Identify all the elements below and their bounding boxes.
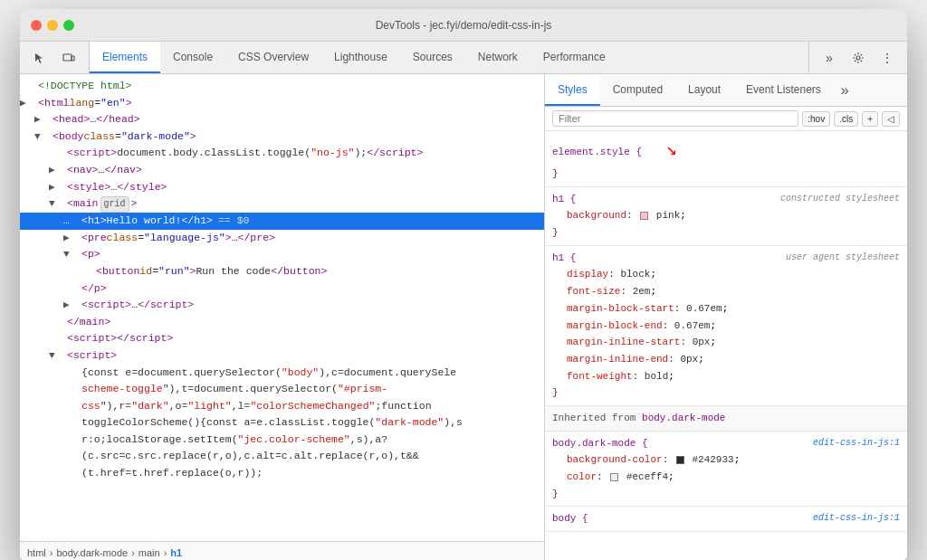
breadcrumb-body[interactable]: body.dark-mode	[56, 547, 128, 558]
main-tab-bar: Elements Console CSS Overview Lighthouse…	[20, 42, 907, 74]
dom-h1[interactable]: … <h1>Hello world!</h1> == $0	[20, 213, 544, 230]
svg-point-2	[856, 56, 860, 60]
dom-pre[interactable]: ▶ <pre class="language-js">…</pre>	[20, 230, 544, 247]
dom-js2: scheme-toggle"),t=document.querySelector…	[20, 381, 544, 398]
dom-button[interactable]: <button id="run">Run the code</button>	[20, 263, 544, 280]
body-selector-line: body { edit-css-in-js:1	[552, 510, 900, 527]
styles-tab-event-listeners[interactable]: Event Listeners	[733, 74, 834, 106]
title-bar: DevTools - jec.fyi/demo/edit-css-in-js	[20, 9, 907, 42]
tab-performance[interactable]: Performance	[530, 42, 618, 73]
h1-constructed-block: h1 { constructed stylesheet background: …	[545, 187, 907, 246]
filter-input[interactable]	[552, 110, 798, 127]
tab-list: Elements Console CSS Overview Lighthouse…	[90, 42, 808, 73]
ua-font-weight: font-weight: bold;	[552, 368, 900, 385]
window-title: DevTools - jec.fyi/demo/edit-css-in-js	[376, 19, 552, 32]
ua-margin-block-end: margin-block-end: 0.67em;	[552, 318, 900, 335]
svg-rect-1	[72, 56, 74, 61]
bg-color-prop: background-color: #242933;	[552, 451, 900, 469]
red-arrow-annotation: ↘	[666, 139, 677, 160]
close-button[interactable]	[31, 20, 42, 31]
inherited-header: Inherited from body.dark-mode	[545, 406, 907, 432]
dom-script4[interactable]: ▼ <script>	[20, 347, 544, 365]
settings-icon[interactable]	[846, 45, 871, 71]
h1-constructed-close: }	[552, 224, 900, 242]
tab-lighthouse[interactable]: Lighthouse	[321, 42, 400, 73]
tab-css-overview[interactable]: CSS Overview	[225, 42, 321, 73]
body-source[interactable]: edit-css-in-js:1	[813, 510, 900, 526]
dom-panel: <!DOCTYPE html> ▶ <html lang="en"> ▶ <he…	[20, 74, 545, 560]
dom-style[interactable]: ▶ <style>…</style>	[20, 179, 544, 196]
toolbar-left	[27, 42, 90, 73]
element-style-selector: element.style { ↘	[552, 135, 900, 166]
dom-js7: (t.href=t.href.replace(o,r));	[20, 465, 544, 482]
dom-js5: r:o;localStorage.setItem("jec.color-sche…	[20, 432, 544, 449]
styles-tab-computed[interactable]: Computed	[600, 74, 675, 106]
h1-background-prop: background: pink;	[552, 207, 900, 224]
h1-user-agent-block: h1 { user agent stylesheet display: bloc…	[545, 246, 907, 406]
element-style-close: }	[552, 166, 900, 183]
inherited-selector[interactable]: body.dark-mode	[642, 413, 725, 423]
ua-margin-block-start: margin-block-start: 0.67em;	[552, 300, 900, 318]
styles-tab-bar: Styles Computed Layout Event Listeners »	[545, 74, 907, 107]
dom-nav[interactable]: ▶ <nav>…</nav>	[20, 162, 544, 179]
dom-tree[interactable]: <!DOCTYPE html> ▶ <html lang="en"> ▶ <he…	[20, 74, 544, 541]
breadcrumb-html[interactable]: html	[27, 547, 46, 558]
styles-tab-layout[interactable]: Layout	[675, 74, 733, 106]
dom-body[interactable]: ▼ <body class="dark-mode">	[20, 128, 544, 146]
dom-html[interactable]: ▶ <html lang="en">	[20, 95, 544, 112]
maximize-button[interactable]	[63, 20, 74, 31]
breadcrumb-h1[interactable]: h1	[170, 547, 182, 558]
dom-p[interactable]: ▼ <p>	[20, 246, 544, 263]
tab-sources[interactable]: Sources	[400, 42, 465, 73]
body-dark-mode-close: }	[552, 486, 900, 503]
tab-network[interactable]: Network	[465, 42, 530, 73]
more-tabs-icon[interactable]: »	[817, 45, 842, 71]
tab-elements[interactable]: Elements	[90, 42, 160, 73]
hov-filter-button[interactable]: :hov	[802, 111, 830, 127]
minimize-button[interactable]	[47, 20, 58, 31]
breadcrumb-main[interactable]: main	[139, 547, 160, 558]
breadcrumb: html › body.dark-mode › main › h1	[20, 541, 544, 560]
styles-content[interactable]: element.style { ↘ } h1 { constructed sty…	[545, 131, 907, 560]
svg-rect-0	[63, 54, 72, 61]
dom-main-close[interactable]: </main>	[20, 314, 544, 331]
body-dark-source[interactable]: edit-css-in-js:1	[813, 435, 900, 451]
light-color-swatch[interactable]	[610, 473, 618, 481]
dom-doctype[interactable]: <!DOCTYPE html>	[20, 78, 544, 95]
toggle-sidebar-button[interactable]: ◁	[882, 111, 900, 127]
h1-ua-close: }	[552, 384, 900, 402]
device-toggle-icon[interactable]	[56, 45, 81, 71]
h1-constructed-selector-line: h1 { constructed stylesheet	[552, 191, 900, 208]
body-dark-mode-block: body.dark-mode { edit-css-in-js:1 backgr…	[545, 432, 907, 508]
dom-js1: {const e=document.querySelector("body"),…	[20, 365, 544, 382]
filter-bar: :hov .cls + ◁	[545, 107, 907, 131]
color-prop: color: #eceff4;	[552, 469, 900, 486]
ua-margin-inline-start: margin-inline-start: 0px;	[552, 334, 900, 351]
styles-tab-more[interactable]: »	[834, 74, 856, 106]
more-options-icon[interactable]: ⋮	[874, 45, 900, 71]
dom-js3: css"),r="dark",o="light",l="colorSchemeC…	[20, 398, 544, 415]
dom-script1[interactable]: <script>document.body.classList.toggle("…	[20, 145, 544, 162]
ua-margin-inline-end: margin-inline-end: 0px;	[552, 351, 900, 368]
dom-main[interactable]: ▼ <main grid>	[20, 195, 544, 213]
traffic-lights	[31, 20, 74, 31]
dom-js6: (c.src=c.src.replace(r,o),c.alt=c.alt.re…	[20, 448, 544, 465]
styles-panel: Styles Computed Layout Event Listeners »…	[545, 74, 907, 560]
cls-filter-button[interactable]: .cls	[834, 111, 858, 127]
body-dark-mode-selector-line: body.dark-mode { edit-css-in-js:1	[552, 435, 900, 452]
styles-tab-styles[interactable]: Styles	[545, 74, 600, 106]
dom-script2[interactable]: ▶ <script>…</script>	[20, 297, 544, 314]
dom-head[interactable]: ▶ <head>…</head>	[20, 111, 544, 128]
dom-p-close[interactable]: </p>	[20, 280, 544, 298]
h1-ua-selector-line: h1 { user agent stylesheet	[552, 250, 900, 267]
element-style-block: element.style { ↘ }	[545, 131, 907, 187]
dom-script3[interactable]: <script></script>	[20, 330, 544, 347]
main-content: <!DOCTYPE html> ▶ <html lang="en"> ▶ <he…	[20, 74, 907, 560]
devtools-window: DevTools - jec.fyi/demo/edit-css-in-js E…	[20, 9, 907, 560]
dark-bg-swatch[interactable]	[676, 456, 684, 464]
dom-js4: toggleColorScheme(){const a=e.classList.…	[20, 414, 544, 432]
pink-swatch[interactable]	[640, 212, 648, 220]
cursor-icon[interactable]	[27, 45, 53, 71]
add-style-button[interactable]: +	[862, 111, 878, 127]
tab-console[interactable]: Console	[160, 42, 225, 73]
